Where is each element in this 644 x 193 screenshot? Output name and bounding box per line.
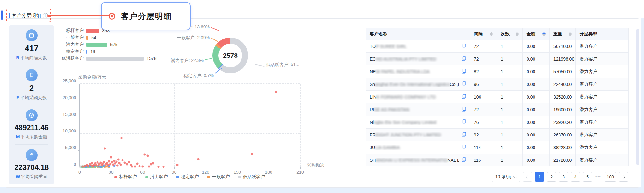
scatter-point[interactable]	[163, 166, 165, 168]
table-header-cell[interactable]: 重量	[550, 28, 576, 40]
scatter-point[interactable]	[197, 158, 200, 160]
scatter-point[interactable]	[152, 162, 154, 165]
scatter-point[interactable]	[110, 156, 112, 159]
table-cell: 1	[497, 129, 523, 141]
sort-asc-icon[interactable]	[569, 32, 572, 34]
legend-label: 低活跃客户	[243, 174, 265, 180]
sort-desc-icon[interactable]	[516, 34, 519, 36]
table-row[interactable]: LINK FORWARD COMPANY LTD10610.0032520.00…	[366, 91, 629, 103]
page-size-select[interactable]: 10 条/页	[492, 172, 520, 182]
table-row[interactable]: Ningbo Eto Son Company Limited7610.00239…	[366, 116, 629, 129]
scatter-point[interactable]	[134, 166, 136, 168]
copy-icon[interactable]	[462, 44, 466, 49]
scatter-point[interactable]	[148, 166, 150, 168]
legend-item[interactable]: 标杆客户	[114, 174, 137, 180]
table-row[interactable]: ECHO AUSTRALIA PTY LIMITED7210.00121996.…	[366, 53, 629, 65]
scatter-point[interactable]	[87, 165, 89, 167]
copy-icon[interactable]	[462, 107, 466, 112]
legend-item[interactable]: 低活跃客户	[238, 174, 265, 180]
page-button[interactable]: 5	[583, 172, 592, 182]
table-header-cell[interactable]: 间隔	[470, 28, 497, 40]
scatter-point[interactable]	[103, 165, 105, 167]
copy-icon[interactable]	[462, 81, 466, 87]
copy-icon[interactable]	[462, 132, 466, 138]
scatter-point[interactable]	[275, 91, 277, 93]
copy-icon[interactable]	[462, 56, 466, 62]
scatter-point[interactable]	[136, 163, 139, 165]
sort-icons[interactable]	[542, 32, 546, 36]
scatter-point[interactable]	[109, 163, 111, 165]
table-row[interactable]: SHANGHAI LI EXPRESS INTERNATIONAL LOG116…	[366, 154, 629, 166]
scatter-point[interactable]	[126, 163, 128, 165]
next-page-button[interactable]	[619, 172, 628, 182]
bar[interactable]	[86, 57, 144, 61]
sort-asc-icon[interactable]	[490, 32, 493, 34]
prev-page-button[interactable]	[523, 172, 532, 182]
scrollbar[interactable]	[636, 29, 639, 165]
sort-desc-icon[interactable]	[490, 34, 493, 36]
table-row[interactable]: Shanghai Ever-Do International Logistics…	[366, 78, 629, 91]
scatter-point[interactable]	[251, 153, 253, 155]
scatter-point[interactable]	[121, 137, 123, 139]
copy-icon[interactable]	[462, 157, 466, 163]
y-tick-label: 5,000	[65, 145, 76, 150]
bar[interactable]	[86, 29, 99, 33]
copy-icon[interactable]	[462, 69, 466, 75]
kpi-sidebar: 417 R平均间隔天数 2 F平均采购天数 489211.46 M平均采购金额	[9, 25, 54, 184]
scatter-point[interactable]	[108, 160, 110, 163]
scatter-point[interactable]	[119, 163, 122, 166]
table-row[interactable]: TOP SUREE GIRL7210.0056710.00潜力客户	[366, 40, 629, 53]
table-row[interactable]: JULIA GAMBIA11410.0038228.00潜力客户	[366, 141, 629, 154]
pagination-ellipsis[interactable]: •••	[595, 175, 601, 179]
sort-icons[interactable]	[569, 32, 572, 36]
copy-icon[interactable]	[462, 94, 466, 100]
column-label: 间隔	[474, 31, 483, 37]
scatter-point[interactable]	[116, 164, 118, 166]
table-cell: 121996.00	[550, 53, 576, 65]
scatter-point[interactable]	[99, 166, 102, 168]
tier-donut-chart: 2578	[212, 38, 248, 73]
bar[interactable]	[86, 43, 107, 47]
scatter-point[interactable]	[104, 147, 106, 149]
table-header-cell[interactable]: 金额	[523, 28, 550, 40]
section-tag[interactable]: 客户分层明细 !	[6, 9, 51, 22]
scatter-point[interactable]	[103, 161, 105, 163]
table-cell: 潜力客户	[576, 40, 629, 53]
coin-icon	[26, 109, 38, 121]
scatter-point[interactable]	[144, 153, 146, 155]
table-cell: 56710.00	[550, 40, 576, 53]
legend-item[interactable]: 一般客户	[207, 174, 230, 180]
scatter-point[interactable]	[122, 159, 124, 161]
sort-asc-icon[interactable]	[516, 32, 519, 34]
legend-item[interactable]: 潜力客户	[145, 174, 168, 180]
scatter-point[interactable]	[117, 158, 120, 160]
table-row[interactable]: RISE AS PAKISTAN7210.0019600.00潜力客户	[366, 103, 629, 116]
table-row[interactable]: FREIGHT JUNCTION PTY LIMITED9210.0026370…	[366, 129, 629, 141]
scatter-point[interactable]	[176, 164, 178, 166]
sort-icons[interactable]	[490, 32, 493, 36]
scatter-point[interactable]	[138, 165, 140, 167]
scatter-point[interactable]	[128, 161, 130, 163]
scatter-point[interactable]	[147, 154, 149, 157]
sort-asc-icon[interactable]	[542, 32, 546, 34]
kpi-avg-purchase-amount: 489211.46 M平均采购金额	[9, 105, 54, 144]
sort-icons[interactable]	[516, 32, 519, 36]
scatter-point[interactable]	[131, 165, 133, 167]
bar[interactable]	[86, 50, 87, 54]
page-button[interactable]: 4	[571, 172, 580, 182]
table-header-cell[interactable]: 次数	[497, 28, 523, 40]
copy-icon[interactable]	[462, 119, 466, 125]
scatter-point[interactable]	[157, 166, 159, 168]
sort-desc-icon[interactable]	[569, 34, 572, 36]
legend-item[interactable]: 稳定客户	[176, 174, 199, 180]
scatter-point[interactable]	[141, 166, 144, 168]
sort-desc-icon[interactable]	[542, 34, 546, 36]
table-row[interactable]: NEW PAPEL INDUSTRIA LDA8210.0057050.00潜力…	[366, 65, 629, 78]
bar[interactable]	[86, 36, 88, 40]
copy-icon[interactable]	[462, 145, 466, 150]
page-button[interactable]: 3	[559, 172, 568, 182]
page-button[interactable]: 2	[547, 172, 556, 182]
scatter-point[interactable]	[115, 161, 117, 163]
page-button[interactable]: 1	[535, 172, 544, 182]
last-page-button[interactable]: 100	[605, 172, 616, 182]
